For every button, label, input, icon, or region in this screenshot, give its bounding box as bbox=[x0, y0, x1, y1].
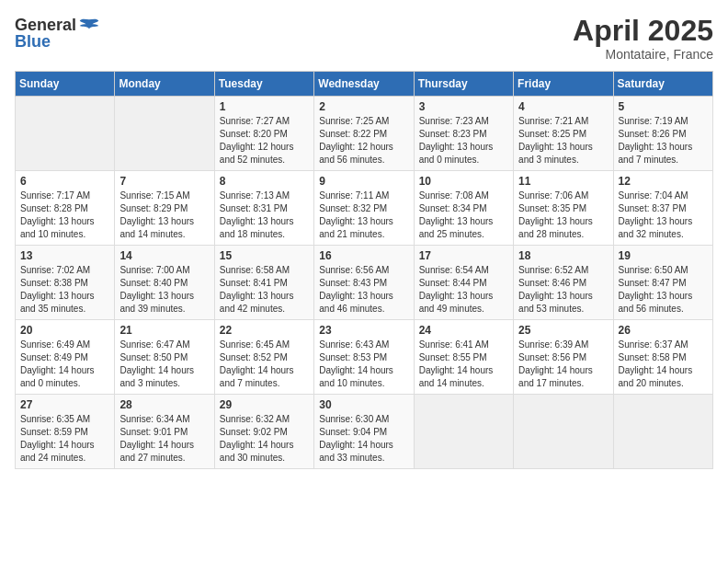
calendar-cell: 22Sunrise: 6:45 AM Sunset: 8:52 PM Dayli… bbox=[214, 320, 313, 395]
day-info: Sunrise: 6:41 AM Sunset: 8:55 PM Dayligh… bbox=[419, 339, 508, 390]
calendar-cell: 28Sunrise: 6:34 AM Sunset: 9:01 PM Dayli… bbox=[115, 395, 214, 469]
day-info: Sunrise: 7:27 AM Sunset: 8:20 PM Dayligh… bbox=[220, 115, 309, 167]
day-number: 8 bbox=[220, 175, 309, 188]
calendar-cell: 5Sunrise: 7:19 AM Sunset: 8:26 PM Daylig… bbox=[613, 97, 712, 171]
calendar-cell: 4Sunrise: 7:21 AM Sunset: 8:25 PM Daylig… bbox=[514, 97, 613, 171]
day-number: 29 bbox=[220, 398, 309, 411]
location-subtitle: Montataire, France bbox=[573, 47, 713, 62]
day-info: Sunrise: 6:30 AM Sunset: 9:04 PM Dayligh… bbox=[319, 413, 408, 465]
calendar-cell: 20Sunrise: 6:49 AM Sunset: 8:49 PM Dayli… bbox=[16, 320, 115, 395]
day-number: 7 bbox=[119, 175, 209, 188]
day-info: Sunrise: 6:45 AM Sunset: 8:52 PM Dayligh… bbox=[220, 339, 309, 390]
day-number: 26 bbox=[619, 324, 708, 337]
logo: General Blue bbox=[15, 15, 100, 52]
calendar-week-row: 1Sunrise: 7:27 AM Sunset: 8:20 PM Daylig… bbox=[16, 97, 713, 171]
calendar-cell: 11Sunrise: 7:06 AM Sunset: 8:35 PM Dayli… bbox=[514, 171, 613, 246]
calendar-cell: 3Sunrise: 7:23 AM Sunset: 8:23 PM Daylig… bbox=[414, 97, 513, 171]
weekday-header-row: SundayMondayTuesdayWednesdayThursdayFrid… bbox=[16, 72, 713, 97]
weekday-header-friday: Friday bbox=[514, 72, 613, 97]
calendar-cell bbox=[613, 395, 712, 469]
day-number: 28 bbox=[119, 398, 209, 411]
calendar-cell: 8Sunrise: 7:13 AM Sunset: 8:31 PM Daylig… bbox=[214, 171, 313, 246]
day-info: Sunrise: 7:02 AM Sunset: 8:38 PM Dayligh… bbox=[20, 264, 109, 316]
day-info: Sunrise: 7:17 AM Sunset: 8:28 PM Dayligh… bbox=[20, 190, 109, 241]
day-info: Sunrise: 7:11 AM Sunset: 8:32 PM Dayligh… bbox=[319, 190, 408, 241]
day-number: 24 bbox=[419, 324, 508, 337]
day-number: 9 bbox=[319, 175, 408, 188]
day-info: Sunrise: 7:13 AM Sunset: 8:31 PM Dayligh… bbox=[220, 190, 309, 241]
calendar-table: SundayMondayTuesdayWednesdayThursdayFrid… bbox=[15, 71, 713, 469]
day-number: 12 bbox=[619, 175, 708, 188]
day-info: Sunrise: 6:32 AM Sunset: 9:02 PM Dayligh… bbox=[220, 413, 309, 465]
day-number: 16 bbox=[319, 249, 408, 262]
day-number: 6 bbox=[20, 175, 109, 188]
calendar-cell: 7Sunrise: 7:15 AM Sunset: 8:29 PM Daylig… bbox=[115, 171, 214, 246]
calendar-week-row: 20Sunrise: 6:49 AM Sunset: 8:49 PM Dayli… bbox=[16, 320, 713, 395]
calendar-cell: 12Sunrise: 7:04 AM Sunset: 8:37 PM Dayli… bbox=[613, 171, 712, 246]
day-info: Sunrise: 6:37 AM Sunset: 8:58 PM Dayligh… bbox=[619, 339, 708, 390]
day-number: 21 bbox=[119, 324, 209, 337]
day-info: Sunrise: 7:08 AM Sunset: 8:34 PM Dayligh… bbox=[419, 190, 508, 241]
day-number: 4 bbox=[518, 100, 608, 113]
calendar-cell: 21Sunrise: 6:47 AM Sunset: 8:50 PM Dayli… bbox=[115, 320, 214, 395]
calendar-cell: 24Sunrise: 6:41 AM Sunset: 8:55 PM Dayli… bbox=[414, 320, 513, 395]
day-info: Sunrise: 7:06 AM Sunset: 8:35 PM Dayligh… bbox=[518, 190, 608, 241]
day-info: Sunrise: 6:49 AM Sunset: 8:49 PM Dayligh… bbox=[20, 339, 109, 390]
day-number: 30 bbox=[319, 398, 408, 411]
day-number: 22 bbox=[220, 324, 309, 337]
calendar-cell: 14Sunrise: 7:00 AM Sunset: 8:40 PM Dayli… bbox=[115, 246, 214, 320]
calendar-cell: 10Sunrise: 7:08 AM Sunset: 8:34 PM Dayli… bbox=[414, 171, 513, 246]
calendar-cell: 6Sunrise: 7:17 AM Sunset: 8:28 PM Daylig… bbox=[16, 171, 115, 246]
calendar-cell: 17Sunrise: 6:54 AM Sunset: 8:44 PM Dayli… bbox=[414, 246, 513, 320]
calendar-cell: 13Sunrise: 7:02 AM Sunset: 8:38 PM Dayli… bbox=[16, 246, 115, 320]
day-info: Sunrise: 6:52 AM Sunset: 8:46 PM Dayligh… bbox=[518, 264, 608, 316]
day-number: 18 bbox=[518, 249, 608, 262]
calendar-cell bbox=[414, 395, 513, 469]
day-number: 11 bbox=[518, 175, 608, 188]
day-number: 15 bbox=[220, 249, 309, 262]
calendar-cell: 19Sunrise: 6:50 AM Sunset: 8:47 PM Dayli… bbox=[613, 246, 712, 320]
calendar-cell: 30Sunrise: 6:30 AM Sunset: 9:04 PM Dayli… bbox=[314, 395, 414, 469]
calendar-cell: 15Sunrise: 6:58 AM Sunset: 8:41 PM Dayli… bbox=[214, 246, 313, 320]
day-info: Sunrise: 6:43 AM Sunset: 8:53 PM Dayligh… bbox=[319, 339, 408, 390]
calendar-week-row: 27Sunrise: 6:35 AM Sunset: 8:59 PM Dayli… bbox=[16, 395, 713, 469]
logo-blue-text: Blue bbox=[15, 33, 51, 52]
calendar-cell: 18Sunrise: 6:52 AM Sunset: 8:46 PM Dayli… bbox=[514, 246, 613, 320]
day-info: Sunrise: 7:25 AM Sunset: 8:22 PM Dayligh… bbox=[319, 115, 408, 167]
day-number: 25 bbox=[518, 324, 608, 337]
weekday-header-wednesday: Wednesday bbox=[314, 72, 414, 97]
calendar-cell: 9Sunrise: 7:11 AM Sunset: 8:32 PM Daylig… bbox=[314, 171, 414, 246]
calendar-week-row: 6Sunrise: 7:17 AM Sunset: 8:28 PM Daylig… bbox=[16, 171, 713, 246]
calendar-cell: 26Sunrise: 6:37 AM Sunset: 8:58 PM Dayli… bbox=[613, 320, 712, 395]
day-info: Sunrise: 6:50 AM Sunset: 8:47 PM Dayligh… bbox=[619, 264, 708, 316]
day-number: 5 bbox=[619, 100, 708, 113]
day-info: Sunrise: 6:58 AM Sunset: 8:41 PM Dayligh… bbox=[220, 264, 309, 316]
calendar-cell: 29Sunrise: 6:32 AM Sunset: 9:02 PM Dayli… bbox=[214, 395, 313, 469]
calendar-cell: 2Sunrise: 7:25 AM Sunset: 8:22 PM Daylig… bbox=[314, 97, 414, 171]
day-number: 2 bbox=[319, 100, 408, 113]
logo-bird-icon bbox=[78, 15, 100, 37]
day-number: 19 bbox=[619, 249, 708, 262]
day-info: Sunrise: 7:21 AM Sunset: 8:25 PM Dayligh… bbox=[518, 115, 608, 167]
day-number: 1 bbox=[220, 100, 309, 113]
day-info: Sunrise: 7:23 AM Sunset: 8:23 PM Dayligh… bbox=[419, 115, 508, 167]
calendar-cell bbox=[115, 97, 214, 171]
calendar-cell: 27Sunrise: 6:35 AM Sunset: 8:59 PM Dayli… bbox=[16, 395, 115, 469]
day-info: Sunrise: 6:34 AM Sunset: 9:01 PM Dayligh… bbox=[119, 413, 209, 465]
day-info: Sunrise: 6:39 AM Sunset: 8:56 PM Dayligh… bbox=[518, 339, 608, 390]
calendar-cell: 25Sunrise: 6:39 AM Sunset: 8:56 PM Dayli… bbox=[514, 320, 613, 395]
day-number: 10 bbox=[419, 175, 508, 188]
calendar-cell: 23Sunrise: 6:43 AM Sunset: 8:53 PM Dayli… bbox=[314, 320, 414, 395]
page-header: General Blue April 2025 Montataire, Fran… bbox=[15, 15, 713, 62]
day-info: Sunrise: 7:04 AM Sunset: 8:37 PM Dayligh… bbox=[619, 190, 708, 241]
day-number: 14 bbox=[119, 249, 209, 262]
day-number: 23 bbox=[319, 324, 408, 337]
day-info: Sunrise: 7:15 AM Sunset: 8:29 PM Dayligh… bbox=[119, 190, 209, 241]
weekday-header-tuesday: Tuesday bbox=[214, 72, 313, 97]
day-info: Sunrise: 7:00 AM Sunset: 8:40 PM Dayligh… bbox=[119, 264, 209, 316]
day-info: Sunrise: 6:56 AM Sunset: 8:43 PM Dayligh… bbox=[319, 264, 408, 316]
day-number: 17 bbox=[419, 249, 508, 262]
calendar-cell: 16Sunrise: 6:56 AM Sunset: 8:43 PM Dayli… bbox=[314, 246, 414, 320]
day-number: 13 bbox=[20, 249, 109, 262]
weekday-header-thursday: Thursday bbox=[414, 72, 513, 97]
